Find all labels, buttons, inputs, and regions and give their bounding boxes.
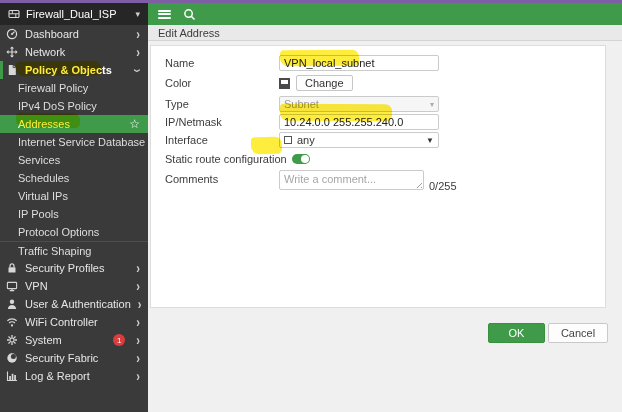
wifi-icon xyxy=(6,316,18,328)
chevron-down-icon: ▼ xyxy=(426,136,434,145)
search-icon[interactable] xyxy=(183,8,196,21)
interface-value: any xyxy=(297,134,315,146)
comments-label: Comments xyxy=(165,170,279,185)
document-icon xyxy=(6,64,18,76)
chevron-right-icon: › xyxy=(136,45,140,59)
chevron-right-icon: › xyxy=(136,261,140,275)
sidebar-subitem-schedules[interactable]: Schedules xyxy=(0,169,148,187)
sidebar-subitem-ipv4-dos-policy[interactable]: IPv4 DoS Policy xyxy=(0,97,148,115)
chevron-down-icon: › xyxy=(131,68,145,72)
sidebar-item-policy-objects[interactable]: Policy & Objects › xyxy=(0,61,148,79)
static-route-toggle[interactable] xyxy=(292,154,310,164)
sidebar-item-label: Dashboard xyxy=(25,28,79,40)
sidebar-subitem-label: Firewall Policy xyxy=(18,82,88,94)
menu-icon[interactable] xyxy=(158,10,171,19)
ip-netmask-label: IP/Netmask xyxy=(165,116,279,128)
sidebar-subitem-addresses[interactable]: Addresses ☆ xyxy=(0,115,148,133)
breadcrumb: Edit Address xyxy=(148,25,622,41)
sidebar-item-network[interactable]: Network › xyxy=(0,43,148,61)
sidebar-subitem-label: Addresses xyxy=(18,118,70,130)
content-area: Name Color Change Type Subnet ▾ IP/ xyxy=(148,41,622,412)
sidebar-item-vpn[interactable]: VPN › xyxy=(0,277,148,295)
name-label: Name xyxy=(165,57,279,69)
edit-address-form: Name Color Change Type Subnet ▾ IP/ xyxy=(150,45,606,308)
sidebar-item-label: Security Profiles xyxy=(25,262,104,274)
monitor-icon xyxy=(6,280,18,292)
sidebar-item-user-authentication[interactable]: User & Authentication › xyxy=(0,295,148,313)
chevron-down-icon: ▾ xyxy=(430,100,434,109)
color-change-button[interactable]: Change xyxy=(296,75,353,91)
sidebar-subitem-services[interactable]: Services xyxy=(0,151,148,169)
sidebar-item-label: System xyxy=(25,334,62,346)
firewall-device-icon xyxy=(8,8,20,20)
type-select: Subnet ▾ xyxy=(279,96,439,112)
lock-icon xyxy=(6,262,18,274)
ip-netmask-input[interactable] xyxy=(279,114,439,130)
chevron-right-icon: › xyxy=(136,369,140,383)
form-actions: OK Cancel xyxy=(488,323,608,343)
notification-badge: 1 xyxy=(113,334,125,346)
sidebar-item-security-profiles[interactable]: Security Profiles › xyxy=(0,259,148,277)
sidebar-item-dashboard[interactable]: Dashboard › xyxy=(0,25,148,43)
color-swatch-icon xyxy=(279,78,290,89)
sidebar-item-label: Policy & Objects xyxy=(25,64,112,76)
sidebar-subitem-virtual-ips[interactable]: Virtual IPs xyxy=(0,187,148,205)
chevron-right-icon: › xyxy=(136,279,140,293)
sidebar-subitem-label: Protocol Options xyxy=(18,226,99,238)
sidebar-subitem-label: Schedules xyxy=(18,172,69,184)
user-icon xyxy=(6,298,18,310)
sidebar-subitem-label: Virtual IPs xyxy=(18,190,68,202)
gear-icon xyxy=(6,334,18,346)
sidebar-subitem-label: Traffic Shaping xyxy=(18,245,91,257)
chevron-right-icon: › xyxy=(136,27,140,41)
sidebar-subitem-label: Services xyxy=(18,154,60,166)
comments-counter: 0/255 xyxy=(429,180,457,192)
sidebar-subitem-traffic-shaping[interactable]: Traffic Shaping xyxy=(0,241,148,259)
cancel-button[interactable]: Cancel xyxy=(548,323,608,343)
chevron-right-icon: › xyxy=(136,351,140,365)
sidebar-item-system[interactable]: System 1 › xyxy=(0,331,148,349)
sidebar-subitem-label: IP Pools xyxy=(18,208,59,220)
sidebar-subitem-ip-pools[interactable]: IP Pools xyxy=(0,205,148,223)
type-label: Type xyxy=(165,98,279,110)
star-outline-icon[interactable]: ☆ xyxy=(129,118,140,130)
static-route-label: Static route configuration xyxy=(165,153,287,165)
sidebar-subitem-firewall-policy[interactable]: Firewall Policy xyxy=(0,79,148,97)
color-label: Color xyxy=(165,77,279,89)
sidebar-item-label: Network xyxy=(25,46,65,58)
vdom-label: Firewall_Dual_ISP xyxy=(26,8,116,20)
name-input[interactable] xyxy=(279,55,439,71)
main-area: Edit Address Name Color Change Type Subn… xyxy=(148,3,622,412)
sidebar-subitem-internet-service-database[interactable]: Internet Service Database xyxy=(0,133,148,151)
sidebar-subitem-protocol-options[interactable]: Protocol Options xyxy=(0,223,148,241)
vdom-selector[interactable]: Firewall_Dual_ISP ▾ xyxy=(0,3,148,25)
sidebar-item-security-fabric[interactable]: Security Fabric › xyxy=(0,349,148,367)
chevron-down-icon: ▾ xyxy=(135,9,140,19)
interface-label: Interface xyxy=(165,134,279,146)
bar-chart-icon xyxy=(6,370,18,382)
gauge-icon xyxy=(6,28,18,40)
sidebar-item-label: VPN xyxy=(25,280,48,292)
sidebar-subitem-label: Internet Service Database xyxy=(18,136,145,148)
ok-button[interactable]: OK xyxy=(488,323,545,343)
chevron-right-icon: › xyxy=(138,297,142,311)
fabric-icon xyxy=(6,352,18,364)
sidebar-item-label: Log & Report xyxy=(25,370,90,382)
any-interface-icon xyxy=(284,136,292,144)
sidebar: Firewall_Dual_ISP ▾ Dashboard › Network … xyxy=(0,3,148,412)
sidebar-item-label: WiFi Controller xyxy=(25,316,98,328)
network-arrows-icon xyxy=(6,46,18,58)
sidebar-subitem-label: IPv4 DoS Policy xyxy=(18,100,97,112)
chevron-right-icon: › xyxy=(136,333,140,347)
sidebar-item-label: User & Authentication xyxy=(25,298,131,310)
fortigate-app-window: Firewall_Dual_ISP ▾ Dashboard › Network … xyxy=(0,0,622,412)
sidebar-item-label: Security Fabric xyxy=(25,352,98,364)
interface-select[interactable]: any ▼ xyxy=(279,132,439,148)
sidebar-item-wifi-controller[interactable]: WiFi Controller › xyxy=(0,313,148,331)
page-title: Edit Address xyxy=(158,27,220,39)
sidebar-item-log-report[interactable]: Log & Report › xyxy=(0,367,148,385)
type-value: Subnet xyxy=(284,98,319,110)
top-navbar xyxy=(148,3,622,25)
comments-textarea[interactable] xyxy=(279,170,424,190)
chevron-right-icon: › xyxy=(136,315,140,329)
